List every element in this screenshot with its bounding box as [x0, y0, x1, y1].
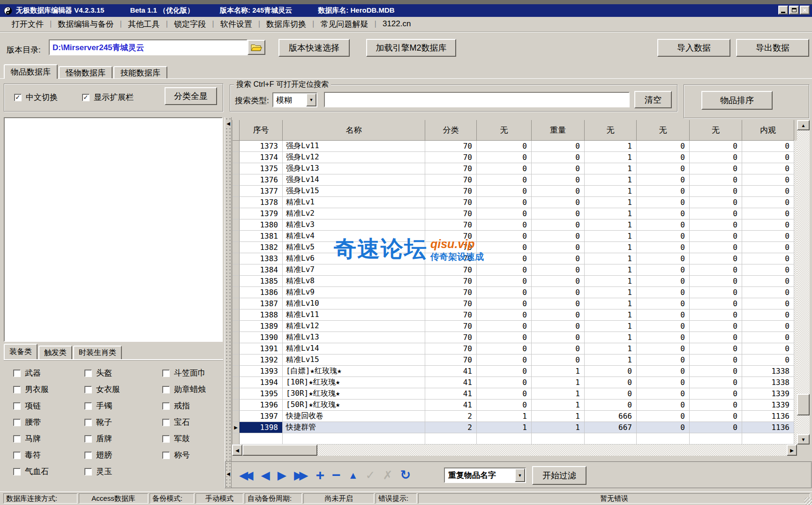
checkbox-icon[interactable]	[162, 369, 170, 377]
table-cell[interactable]: 0	[637, 287, 690, 298]
row-selector[interactable]	[233, 343, 240, 354]
table-cell[interactable]: 1390	[240, 332, 283, 343]
table-cell[interactable]: 1338	[742, 377, 794, 388]
table-cell[interactable]: 强身Lv12	[283, 152, 425, 163]
table-cell[interactable]: 1	[585, 332, 637, 343]
table-cell[interactable]: 1	[585, 343, 637, 354]
table-cell[interactable]: 精准Lv14	[283, 343, 425, 354]
menu-item[interactable]: 软件设置	[214, 19, 258, 30]
table-cell[interactable]: 0	[477, 354, 532, 366]
table-cell[interactable]: 1382	[240, 242, 283, 253]
table-cell[interactable]: 1389	[240, 321, 283, 332]
table-row[interactable]	[233, 433, 797, 445]
table-cell[interactable]: 1378	[240, 197, 283, 208]
row-selector[interactable]	[233, 321, 240, 332]
first-record-button[interactable]: ◀◀	[239, 469, 253, 481]
checkbox-icon[interactable]	[13, 452, 21, 459]
category-checkbox[interactable]: 项链	[13, 400, 84, 411]
table-cell[interactable]: 强身Lv13	[283, 163, 425, 174]
item-sort-button[interactable]: 物品排序	[701, 91, 773, 110]
category-checkbox[interactable]: 武器	[13, 368, 84, 378]
table-cell[interactable]: 精准Lv6	[283, 253, 425, 264]
table-cell[interactable]: 0	[532, 287, 585, 298]
horizontal-scroll-thumb[interactable]	[242, 445, 317, 456]
table-cell[interactable]: 70	[425, 253, 477, 264]
table-row[interactable]: 1394[10R]★红玫瑰★41010001338	[233, 377, 797, 388]
table-cell[interactable]: 70	[425, 276, 477, 287]
table-cell[interactable]: 0	[585, 399, 637, 411]
table-cell[interactable]: 1	[585, 219, 637, 231]
table-cell[interactable]: 精准Lv8	[283, 276, 425, 287]
table-cell[interactable]: 0	[637, 219, 690, 231]
scroll-up-icon[interactable]: ▲	[797, 120, 810, 130]
table-cell[interactable]: 0	[742, 219, 794, 231]
search-type-dropdown[interactable]: 模糊 ▼	[272, 92, 317, 107]
table-cell[interactable]: 0	[690, 276, 742, 287]
last-record-button[interactable]: ▶▶	[294, 469, 308, 481]
table-cell[interactable]: 0	[532, 354, 585, 366]
chevron-down-icon[interactable]: ▼	[515, 468, 525, 482]
category-checkbox[interactable]: 腰带	[13, 417, 84, 428]
table-cell[interactable]: 0	[690, 354, 742, 366]
insert-record-button[interactable]: +	[316, 467, 324, 482]
column-header[interactable]: 重量	[532, 120, 585, 141]
table-cell[interactable]: 0	[690, 332, 742, 343]
table-cell[interactable]: 0	[477, 343, 532, 354]
table-cell[interactable]: 1	[585, 152, 637, 163]
table-cell[interactable]: 1339	[742, 399, 794, 411]
column-header[interactable]: 无	[690, 120, 742, 141]
table-cell[interactable]: 1387	[240, 298, 283, 309]
table-row[interactable]: 1373强身Lv1170001000	[233, 141, 797, 152]
delete-record-button[interactable]: −	[332, 467, 341, 482]
category-checkbox[interactable]: 气血石	[13, 466, 84, 477]
table-cell[interactable]: 0	[532, 197, 585, 208]
table-cell[interactable]: 0	[742, 354, 794, 366]
table-cell[interactable]: 0	[742, 253, 794, 264]
scroll-right-icon[interactable]: ▶	[787, 445, 797, 456]
table-cell[interactable]: 0	[637, 388, 690, 399]
table-cell[interactable]: 0	[690, 422, 742, 433]
table-cell[interactable]: 0	[585, 377, 637, 388]
row-selector[interactable]	[233, 354, 240, 366]
collapse-left-icon[interactable]: ◀	[226, 121, 231, 126]
checkbox-icon[interactable]	[84, 435, 92, 443]
table-cell[interactable]: 0	[742, 163, 794, 174]
column-header[interactable]: 序号	[240, 120, 283, 141]
table-cell[interactable]: 70	[425, 287, 477, 298]
table-cell[interactable]: 0	[742, 321, 794, 332]
table-cell[interactable]	[532, 433, 585, 445]
table-cell[interactable]: 1	[532, 399, 585, 411]
checkbox-icon[interactable]	[84, 452, 92, 459]
menu-item[interactable]: 常见问题解疑	[315, 19, 375, 30]
table-cell[interactable]: 1	[585, 208, 637, 219]
table-cell[interactable]: 精准Lv3	[283, 219, 425, 231]
table-cell[interactable]: 1	[585, 276, 637, 287]
checkbox-icon[interactable]	[84, 402, 92, 410]
menu-item[interactable]: 锁定字段	[168, 19, 212, 30]
show-all-categories-button[interactable]: 分类全显	[165, 87, 217, 105]
table-row[interactable]: 1377强身Lv1570001000	[233, 186, 797, 197]
table-cell[interactable]: 70	[425, 332, 477, 343]
table-cell[interactable]: 0	[690, 242, 742, 253]
table-row[interactable]: 1389精准Lv1270001000	[233, 321, 797, 332]
table-cell[interactable]: 0	[477, 152, 532, 163]
table-cell[interactable]: 0	[477, 377, 532, 388]
table-cell[interactable]: 0	[532, 152, 585, 163]
table-cell[interactable]: 1	[585, 163, 637, 174]
table-cell[interactable]: 1136	[742, 411, 794, 422]
category-tab[interactable]: 触发类	[38, 346, 72, 359]
table-cell[interactable]: 70	[425, 242, 477, 253]
category-checkbox[interactable]: 勋章蜡烛	[162, 384, 219, 395]
table-cell[interactable]: 0	[690, 377, 742, 388]
table-cell[interactable]: 精准Lv10	[283, 298, 425, 309]
table-cell[interactable]: 2	[425, 422, 477, 433]
column-header[interactable]: 无	[637, 120, 690, 141]
checkbox-icon[interactable]	[162, 452, 170, 459]
table-cell[interactable]: 0	[532, 276, 585, 287]
table-cell[interactable]: 0	[532, 141, 585, 152]
table-cell[interactable]: 0	[477, 231, 532, 242]
table-cell[interactable]: 1339	[742, 388, 794, 399]
close-button[interactable]: ✕	[800, 6, 810, 15]
table-cell[interactable]	[690, 433, 742, 445]
table-cell[interactable]: 1	[532, 422, 585, 433]
